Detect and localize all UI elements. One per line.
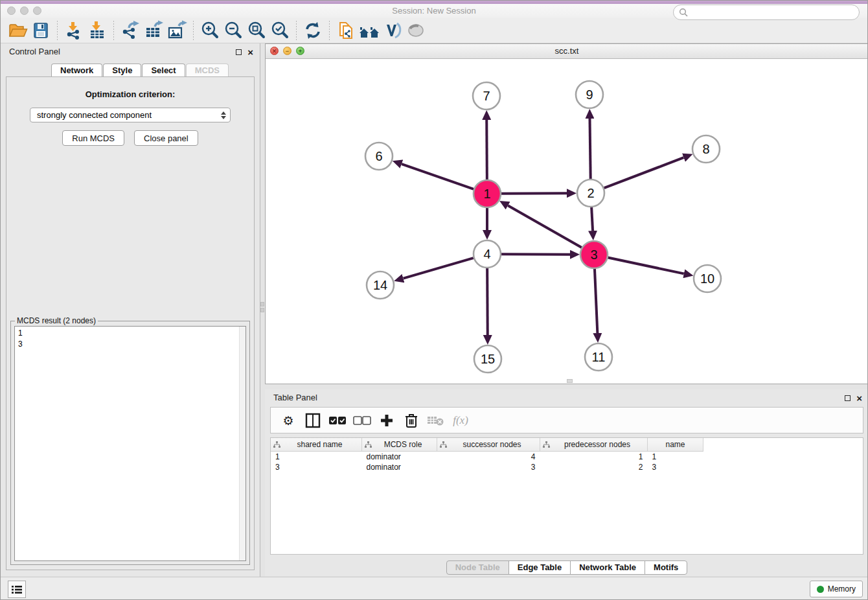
svg-text:15: 15 — [481, 352, 495, 366]
node-1[interactable]: 1 — [474, 180, 501, 207]
tab-style[interactable]: Style — [103, 63, 141, 77]
cell-name[interactable]: 1 — [648, 452, 703, 463]
task-history-list-icon[interactable] — [8, 581, 26, 598]
edge-2-9[interactable] — [589, 119, 590, 179]
svg-text:14: 14 — [373, 278, 387, 292]
network-graph-canvas[interactable]: 7968124314101511 — [266, 58, 868, 384]
toolbar-separator — [193, 21, 194, 40]
splitter-grip[interactable] — [260, 302, 264, 306]
vizmapper-icon[interactable] — [381, 19, 404, 41]
network-overview-icon[interactable] — [358, 19, 381, 41]
svg-text:6: 6 — [375, 149, 382, 163]
edge-3-11[interactable] — [595, 269, 597, 333]
column-header-MCDS-role[interactable]: MCDS role — [362, 438, 437, 452]
cell-shared-name[interactable]: 1 — [271, 452, 362, 463]
main-toolbar — [1, 18, 867, 43]
node-14[interactable]: 14 — [367, 271, 394, 299]
clone-network-icon[interactable] — [334, 19, 358, 41]
add-column-icon[interactable] — [376, 410, 398, 431]
node-6[interactable]: 6 — [365, 143, 393, 170]
cell-successor-nodes[interactable]: 3 — [437, 462, 540, 472]
tab-network[interactable]: Network — [51, 63, 102, 77]
open-file-icon[interactable] — [6, 19, 29, 41]
node-9[interactable]: 9 — [576, 81, 603, 108]
delete-column-trash-icon[interactable] — [400, 410, 422, 431]
tab-motifs[interactable]: Motifs — [645, 560, 687, 575]
node-3[interactable]: 3 — [580, 241, 608, 268]
edge-4-3[interactable] — [501, 254, 570, 255]
cell-MCDS-role[interactable]: dominator — [362, 462, 437, 472]
delete-table-icon[interactable] — [425, 410, 447, 431]
edge-4-14[interactable] — [404, 258, 474, 279]
select-all-checkboxes-icon[interactable] — [326, 410, 348, 431]
application-window: Session: New Session — [0, 0, 868, 600]
column-selector-icon[interactable] — [302, 410, 324, 431]
zoom-selected-icon[interactable] — [268, 19, 291, 41]
edge-2-3[interactable] — [591, 207, 593, 231]
export-network-icon[interactable] — [119, 19, 142, 41]
edge-3-10[interactable] — [608, 258, 684, 274]
table-options-gear-icon[interactable]: ⚙ — [277, 410, 299, 431]
export-table-icon[interactable] — [142, 19, 165, 41]
edge-3-1[interactable] — [508, 205, 582, 248]
mcds-result-group: MCDS result (2 nodes) 13 — [10, 321, 250, 565]
node-8[interactable]: 8 — [692, 135, 720, 163]
tab-mcds[interactable]: MCDS — [186, 63, 229, 77]
table-row[interactable]: 3dominator323 — [271, 462, 703, 472]
cell-predecessor-nodes[interactable]: 2 — [540, 462, 648, 472]
save-session-icon[interactable] — [29, 19, 52, 41]
criterion-select[interactable]: strongly connected component — [30, 108, 231, 122]
canvas-splitter-grip[interactable] — [567, 379, 573, 383]
run-mcds-button[interactable]: Run MCDS — [62, 130, 124, 146]
float-panel-icon[interactable] — [236, 49, 242, 55]
column-header-name[interactable]: name — [648, 438, 703, 452]
column-header-shared-name[interactable]: shared name — [271, 438, 362, 452]
column-header-predecessor-nodes[interactable]: predecessor nodes — [540, 438, 648, 452]
mcds-result-text[interactable]: 13 — [14, 326, 246, 561]
import-network-icon[interactable] — [62, 19, 86, 41]
deselect-all-checkboxes-icon[interactable] — [351, 410, 373, 431]
zoom-out-icon[interactable] — [222, 19, 245, 41]
network-window-titlebar[interactable]: ✕ − + scc.txt — [266, 44, 868, 59]
node-10[interactable]: 10 — [694, 265, 721, 292]
node-2[interactable]: 2 — [577, 179, 604, 207]
edge-1-2[interactable] — [501, 193, 567, 194]
edge-1-7[interactable] — [486, 120, 487, 179]
column-header-successor-nodes[interactable]: successor nodes — [437, 438, 540, 452]
cell-shared-name[interactable]: 3 — [271, 462, 362, 472]
node-7[interactable]: 7 — [473, 82, 500, 110]
tab-select[interactable]: Select — [142, 63, 185, 77]
result-scrollbar[interactable] — [239, 327, 246, 560]
node-15[interactable]: 15 — [474, 345, 501, 373]
mcds-result-line: 3 — [18, 339, 242, 350]
cell-MCDS-role[interactable]: dominator — [362, 452, 437, 463]
toolbar-separator — [57, 21, 58, 40]
edge-2-8[interactable] — [604, 157, 684, 188]
search-box[interactable] — [673, 5, 860, 20]
import-table-icon[interactable] — [86, 19, 109, 41]
refresh-view-icon[interactable] — [301, 19, 325, 41]
node-4[interactable]: 4 — [474, 240, 501, 268]
zoom-in-icon[interactable] — [198, 19, 222, 41]
cell-name[interactable]: 3 — [648, 462, 703, 472]
export-image-icon[interactable] — [165, 19, 188, 41]
table-row[interactable]: 1dominator411 — [271, 452, 703, 463]
node-11[interactable]: 11 — [585, 343, 612, 371]
splitter-grip[interactable] — [260, 308, 264, 312]
tab-network-table[interactable]: Network Table — [570, 560, 645, 575]
close-panel-button[interactable]: Close panel — [134, 130, 198, 146]
hide-graphics-eye-icon[interactable] — [404, 19, 428, 41]
close-table-panel-icon[interactable]: × — [856, 395, 862, 401]
tab-node-table[interactable]: Node Table — [446, 560, 509, 575]
cell-successor-nodes[interactable]: 4 — [437, 452, 540, 463]
search-input[interactable] — [691, 6, 859, 19]
edge-1-6[interactable] — [402, 164, 474, 189]
tab-edge-table[interactable]: Edge Table — [508, 560, 571, 575]
edge-4-15[interactable] — [487, 268, 488, 335]
cell-predecessor-nodes[interactable]: 1 — [540, 452, 648, 463]
zoom-fit-icon[interactable] — [245, 19, 268, 41]
memory-button[interactable]: Memory — [810, 581, 863, 597]
svg-text:9: 9 — [586, 87, 593, 102]
float-table-panel-icon[interactable] — [845, 395, 851, 401]
close-panel-icon[interactable]: × — [247, 49, 253, 55]
